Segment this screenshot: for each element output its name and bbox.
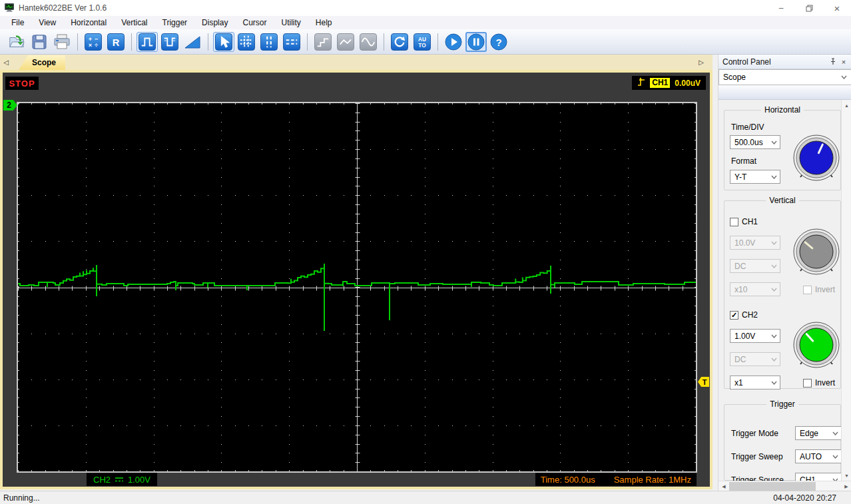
toolbar-pulse-positive-icon[interactable] [137,32,158,52]
chevron-down-icon [832,431,838,435]
tab-scope[interactable]: Scope [19,55,65,70]
ch1-checkbox[interactable] [730,218,738,226]
time-value: Time: 500.0us [541,475,595,485]
ch2-probe-select[interactable]: x1 [730,376,780,389]
toolbar-print-icon[interactable] [51,32,73,52]
ch2-invert-checkbox[interactable] [803,379,812,387]
timebase-knob[interactable] [791,132,842,183]
trigger-sweep-select[interactable]: AUTO [795,449,842,463]
toolbar-vertical-cursors-icon[interactable] [258,32,280,52]
toolbar-cursor-select-icon[interactable] [213,32,234,52]
datetime-text: 04-04-2020 20:27 [773,493,836,503]
menu-view[interactable]: View [31,17,63,29]
svg-text:AU: AU [418,37,426,43]
menu-trigger[interactable]: Trigger [155,17,195,29]
panel-vertical-scrollbar[interactable]: ▲ ▼ [841,100,851,481]
app-window: Hantek6022BE Ver 1.0.6 – × FileViewHoriz… [0,0,851,504]
trigger-level-marker[interactable]: T [698,377,709,387]
ch2-enable-row[interactable]: ✓ CH2 [730,310,758,320]
scroll-right-icon[interactable]: ▶ [841,481,851,491]
chevron-down-icon [771,334,777,338]
ch1-invert-label: Invert [815,285,835,294]
channel2-volts: 1.00V [128,475,150,485]
scope-screen [17,102,697,473]
ch2-label: CH2 [742,310,758,320]
trigger-legend: Trigger [766,399,798,409]
ch2-volts-value: 1.00V [734,332,755,341]
timediv-value: 500.0us [734,138,763,147]
toolbar-pause-icon[interactable] [465,32,487,52]
toolbar-separator [307,33,308,51]
tab-scroll-right-icon[interactable]: ▷ [695,57,707,69]
timebase-readout: Time: 500.0us Sample Rate: 1MHz [535,473,697,486]
tab-scroll-left-icon[interactable]: ◁ [0,57,12,69]
toolbar-grid-cursors-icon[interactable] [236,32,257,52]
control-panel-header: Control Panel × [718,55,851,69]
menu-utility[interactable]: Utility [274,17,308,29]
ch2-coupling-select: DC [730,352,780,366]
ch2-position-knob[interactable] [791,320,842,370]
format-select[interactable]: Y-T [730,170,780,184]
menu-help[interactable]: Help [308,17,340,29]
toolbar-help-icon[interactable]: ? [488,32,509,52]
toolbar-separator [77,33,78,51]
panel-mode-select[interactable]: Scope [718,69,851,85]
trigger-level-value: 0.00uV [675,79,701,88]
sample-rate-value: Sample Rate: 1MHz [614,475,691,485]
chevron-down-icon [771,288,777,292]
menu-cursor[interactable]: Cursor [235,17,274,29]
scroll-down-icon[interactable]: ▼ [842,470,851,481]
scrollbar-thumb[interactable] [729,482,816,491]
menu-display[interactable]: Display [194,17,235,29]
menu-vertical[interactable]: Vertical [114,17,154,29]
toolbar-open-file-icon[interactable] [6,32,27,52]
control-panel: Control Panel × Scope Horizontal Time/DI… [718,55,851,491]
close-button[interactable]: × [823,0,851,16]
pin-icon[interactable] [828,57,838,67]
menu-file[interactable]: File [4,17,31,29]
toolbar-pulse-negative-icon[interactable] [159,32,180,52]
ch2-volts-select[interactable]: 1.00V [730,329,780,343]
ch1-coupling-select: DC [730,259,780,273]
scroll-left-icon[interactable]: ◀ [718,481,729,491]
toolbar-separator [384,33,384,51]
ch2-invert-row[interactable]: Invert [803,378,835,387]
ch1-volts-select: 10.0V [730,236,780,250]
ch1-enable-row[interactable]: CH1 [730,217,758,226]
toolbar-refresh-icon[interactable] [389,32,410,52]
ch1-label: CH1 [742,217,758,226]
window-title: Hantek6022BE Ver 1.0.6 [19,3,107,13]
control-panel-title: Control Panel [722,57,771,67]
chevron-down-icon [771,140,777,144]
svg-text:TO: TO [418,43,426,49]
toolbar-horizontal-cursors-icon[interactable] [281,32,302,52]
panel-horizontal-scrollbar[interactable]: ◀ ▶ [718,481,851,491]
ch1-position-knob[interactable] [791,226,842,277]
toolbar-step-interpolation-icon [312,32,334,52]
minimize-button[interactable]: – [767,0,795,16]
trigger-edge-icon [637,77,645,89]
chevron-down-icon [771,358,777,362]
ch2-probe-value: x1 [734,378,743,387]
tab-bar: ◁ Scope ▷ [0,55,712,70]
toolbar-separator [208,33,208,51]
trigger-mode-select[interactable]: Edge [795,426,842,440]
toolbar-save-icon[interactable] [29,32,50,52]
trigger-readout: CH1 0.00uV [632,76,706,90]
ch2-checkbox[interactable]: ✓ [730,311,738,320]
close-panel-icon[interactable]: × [838,57,849,67]
toolbar-auto-setup-icon[interactable]: AUTO [412,32,433,52]
channel2-position-marker[interactable]: 2 [3,100,17,111]
vertical-legend: Vertical [766,196,798,205]
vertical-group: Vertical CH1 10.0V DC x10 [724,196,841,389]
toolbar-separator [131,33,132,51]
restore-button[interactable] [795,0,823,16]
toolbar-start-icon[interactable] [443,32,464,52]
app-icon [4,2,15,15]
scroll-up-icon[interactable]: ▲ [842,100,851,111]
menu-horizontal[interactable]: Horizontal [63,17,114,29]
timediv-select[interactable]: 500.0us [730,135,780,149]
toolbar-ramp-icon[interactable] [182,32,203,52]
toolbar-reference-wave-icon[interactable]: R [105,32,127,52]
toolbar-math-icon[interactable]: +−×÷ [83,32,104,52]
